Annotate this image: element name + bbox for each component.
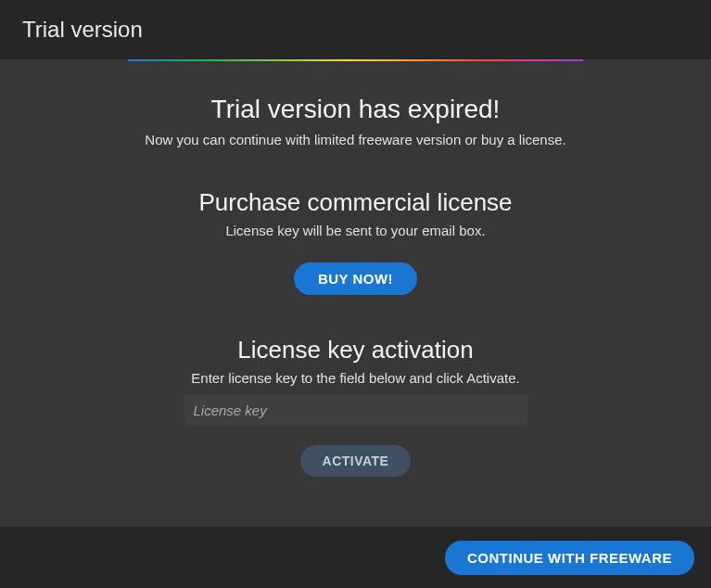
activation-heading: License key activation	[128, 336, 583, 364]
window-title: Trial version	[22, 17, 143, 43]
license-key-input[interactable]	[184, 395, 527, 425]
purchase-subtext: License key will be sent to your email b…	[128, 223, 583, 238]
footer-bar: CONTINUE WITH FREEWARE	[0, 527, 711, 588]
buy-now-button[interactable]: BUY NOW!	[294, 262, 417, 295]
purchase-heading: Purchase commercial license	[128, 188, 583, 217]
rainbow-divider	[128, 59, 583, 61]
activation-subtext: Enter license key to the field below and…	[128, 370, 583, 386]
expired-subtext: Now you can continue with limited freewa…	[128, 132, 583, 147]
titlebar: Trial version	[0, 0, 711, 59]
expired-heading: Trial version has expired!	[128, 95, 583, 124]
continue-freeware-button[interactable]: CONTINUE WITH FREEWARE	[445, 541, 694, 575]
activate-button[interactable]: ACTIVATE	[300, 445, 412, 477]
main-content: Trial version has expired! Now you can c…	[0, 95, 711, 477]
